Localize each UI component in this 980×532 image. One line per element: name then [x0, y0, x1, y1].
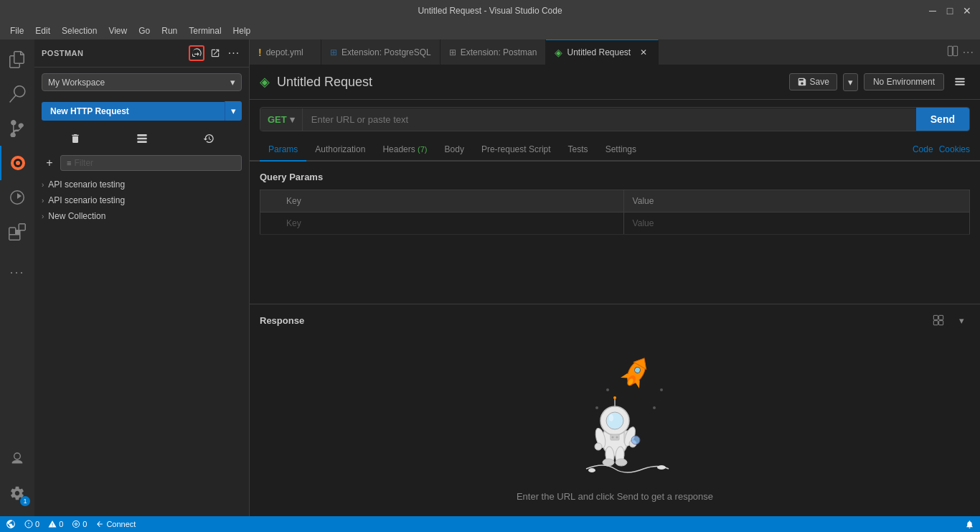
- method-selector[interactable]: GET ▾: [260, 108, 303, 131]
- postman-ext-tab[interactable]: ⊞ Extension: Postman: [440, 39, 547, 65]
- table-row: Key Value: [260, 213, 970, 235]
- new-http-request-button[interactable]: New HTTP Request: [42, 102, 225, 121]
- environment-selector[interactable]: No Environment: [864, 73, 944, 90]
- notifications-button[interactable]: [965, 520, 974, 529]
- chevron-right-icon: ›: [42, 197, 44, 205]
- open-external-button[interactable]: [207, 45, 223, 61]
- svg-point-48: [657, 465, 666, 470]
- split-editor-button[interactable]: [947, 45, 958, 59]
- tab-pre-request[interactable]: Pre-request Script: [473, 139, 560, 162]
- menu-run[interactable]: Run: [157, 24, 182, 37]
- more-options-icon[interactable]: ···: [0, 255, 34, 289]
- environment-settings-button[interactable]: [950, 72, 970, 92]
- filter-input-container[interactable]: ≡ Filter: [60, 155, 242, 171]
- code-link[interactable]: Code: [913, 144, 933, 154]
- extensions-icon[interactable]: [0, 215, 34, 249]
- tab-tests[interactable]: Tests: [560, 139, 597, 162]
- menu-view[interactable]: View: [104, 24, 131, 37]
- menu-file[interactable]: File: [6, 24, 28, 37]
- menu-selection[interactable]: Selection: [57, 24, 101, 37]
- sidebar-title: POSTMAN: [42, 49, 84, 57]
- postman-icon[interactable]: [0, 146, 34, 180]
- save-dropdown-button[interactable]: ▾: [843, 73, 858, 91]
- params-section: Query Params Key Value Key: [250, 162, 980, 304]
- list-item[interactable]: › New Collection: [34, 208, 249, 224]
- workspace-selector[interactable]: My Workspace ▾: [42, 73, 242, 91]
- trash-button[interactable]: [62, 128, 88, 149]
- add-collection-button[interactable]: +: [42, 155, 57, 171]
- untitled-tab-icon: ◈: [555, 47, 562, 58]
- svg-point-24: [595, 406, 598, 409]
- connect-button[interactable]: Connect: [95, 520, 136, 528]
- new-request-dropdown-button[interactable]: ▾: [225, 101, 242, 121]
- cookies-link[interactable]: Cookies: [939, 144, 970, 154]
- request-tabs: Params Authorization Headers (7) Body Pr…: [250, 139, 980, 162]
- request-header: ◈ Untitled Request Save ▾ No Environment: [250, 65, 980, 100]
- close-tab-button[interactable]: ✕: [638, 47, 649, 58]
- response-empty-text: Enter the URL and click Send to get a re…: [517, 491, 713, 502]
- url-input[interactable]: [303, 108, 916, 131]
- cloud-sync-button[interactable]: [189, 45, 204, 61]
- source-control-icon[interactable]: [0, 111, 34, 146]
- untitled-request-tab[interactable]: ◈ Untitled Request ✕: [546, 39, 659, 65]
- sidebar: POSTMAN ··· My Workspace ▾ New HTTP Requ…: [34, 39, 250, 516]
- remote-indicator[interactable]: [6, 519, 16, 529]
- empty-state-illustration: [543, 350, 687, 480]
- tab-bar: ! depot.yml ⊞ Extension: PostgreSQL ⊞ Ex…: [250, 39, 980, 65]
- svg-point-35: [595, 443, 602, 450]
- menu-edit[interactable]: Edit: [31, 24, 55, 37]
- value-col-header: Value: [623, 190, 969, 213]
- close-button[interactable]: ✕: [961, 5, 973, 17]
- history-button[interactable]: [196, 128, 222, 149]
- ports-count: 0: [83, 520, 87, 528]
- svg-point-23: [653, 406, 656, 409]
- run-debug-icon[interactable]: [0, 180, 34, 215]
- send-button[interactable]: Send: [916, 108, 969, 131]
- ports-indicator[interactable]: 0: [72, 520, 87, 528]
- depot-tab[interactable]: ! depot.yml: [250, 39, 321, 65]
- account-icon[interactable]: [0, 442, 34, 476]
- menu-terminal[interactable]: Terminal: [184, 24, 225, 37]
- postgresql-tab[interactable]: ⊞ Extension: PostgreSQL: [321, 39, 440, 65]
- request-panel: ◈ Untitled Request Save ▾ No Environment: [250, 65, 980, 516]
- tab-headers[interactable]: Headers (7): [374, 139, 435, 162]
- chevron-right-icon: ›: [42, 213, 44, 220]
- menu-go[interactable]: Go: [134, 24, 154, 37]
- save-button[interactable]: Save: [789, 73, 837, 90]
- restore-button[interactable]: □: [944, 5, 956, 17]
- svg-rect-14: [939, 321, 943, 325]
- tab-authorization[interactable]: Authorization: [306, 139, 374, 162]
- response-layout-button[interactable]: [930, 312, 947, 329]
- search-icon[interactable]: [0, 77, 34, 111]
- svg-point-47: [588, 468, 595, 472]
- tab-params[interactable]: Params: [260, 139, 306, 162]
- activity-bar: ··· 1: [0, 39, 34, 516]
- minimize-button[interactable]: ─: [927, 5, 938, 17]
- checkbox-col-header: [260, 190, 278, 213]
- depot-tab-label: depot.yml: [266, 47, 303, 57]
- collection-view-button[interactable]: [129, 128, 155, 149]
- key-placeholder: Key: [286, 218, 301, 228]
- svg-point-28: [606, 412, 623, 429]
- tab-body[interactable]: Body: [436, 139, 473, 162]
- menu-help[interactable]: Help: [229, 24, 255, 37]
- postman-ext-tab-icon: ⊞: [449, 47, 456, 57]
- sidebar-more-button[interactable]: ···: [226, 45, 242, 61]
- settings-icon[interactable]: 1: [0, 476, 34, 510]
- svg-rect-12: [939, 315, 943, 319]
- postman-ext-tab-label: Extension: Postman: [461, 47, 537, 57]
- warnings-indicator[interactable]: 0: [48, 520, 63, 528]
- collection-name: API scenario testing: [48, 179, 125, 190]
- list-item[interactable]: › API scenario testing: [34, 192, 249, 208]
- query-params-table: Key Value Key Value: [260, 190, 970, 235]
- editor-more-button[interactable]: ···: [963, 46, 974, 59]
- tab-settings[interactable]: Settings: [597, 139, 645, 162]
- workspace-dropdown-icon: ▾: [230, 77, 235, 88]
- collection-name: API scenario testing: [48, 195, 125, 205]
- svg-point-29: [609, 414, 613, 421]
- response-expand-button[interactable]: ▾: [953, 312, 970, 329]
- list-item[interactable]: › API scenario testing: [34, 177, 249, 192]
- errors-indicator[interactable]: 0: [24, 520, 39, 528]
- svg-rect-4: [137, 138, 146, 140]
- files-icon[interactable]: [0, 42, 34, 77]
